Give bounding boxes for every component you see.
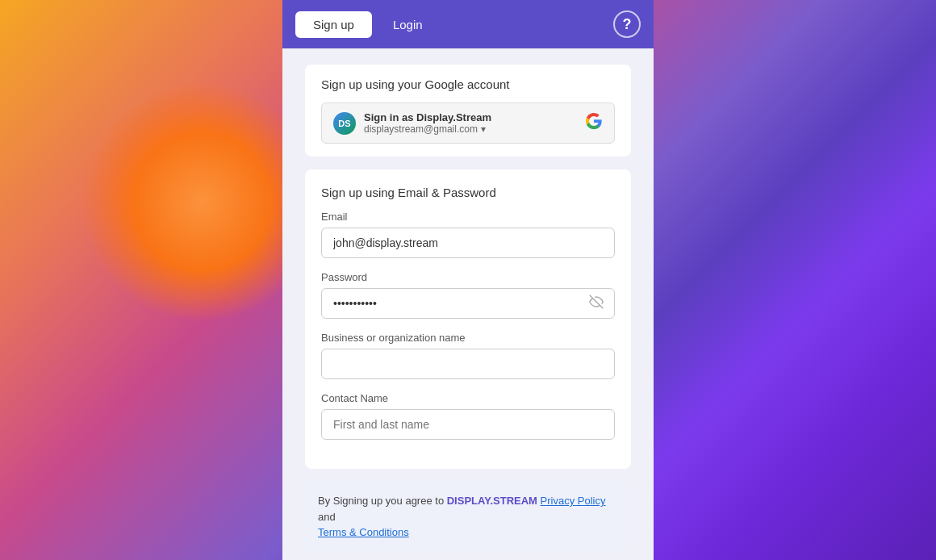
google-signin-button[interactable]: DS Sign in as Display.Stream displaystre… [321, 102, 615, 144]
email-password-section: Sign up using Email & Password Email Pas… [305, 169, 631, 469]
bg-blob-blue [0, 318, 323, 560]
google-account-email: displaystream@gmail.com ▾ [364, 123, 577, 135]
privacy-policy-link[interactable]: Privacy Policy [541, 495, 606, 507]
password-wrapper [321, 288, 615, 319]
contact-input[interactable] [321, 409, 615, 440]
brand-name: DISPLAY.STREAM [447, 495, 537, 507]
google-section: Sign up using your Google account DS Sig… [305, 65, 631, 157]
email-input[interactable] [321, 228, 615, 258]
terms-conditions-link[interactable]: Terms & Conditions [318, 526, 409, 538]
password-label: Password [321, 271, 615, 283]
signup-card: Sign up Login ? Sign up using your Googl… [282, 0, 654, 560]
business-label: Business or organization name [321, 332, 615, 344]
tab-signup[interactable]: Sign up [295, 11, 372, 38]
password-input[interactable] [321, 288, 615, 319]
tab-login[interactable]: Login [375, 11, 441, 38]
chevron-down-icon: ▾ [481, 123, 486, 135]
password-group: Password [321, 271, 615, 319]
business-group: Business or organization name [321, 332, 615, 379]
google-icon [585, 112, 603, 134]
toggle-password-button[interactable] [586, 291, 607, 316]
google-account-info: Sign in as Display.Stream displaystream@… [364, 111, 577, 135]
business-input[interactable] [321, 349, 615, 379]
google-section-title: Sign up using your Google account [321, 77, 615, 91]
bg-blob-purple [613, 0, 936, 323]
email-group: Email [321, 211, 615, 258]
terms-box: By Signing up you agree to DISPLAY.STREA… [305, 482, 631, 552]
help-button[interactable]: ? [613, 10, 641, 38]
google-account-name: Sign in as Display.Stream [364, 111, 577, 123]
form-content: Sign up using your Google account DS Sig… [282, 48, 654, 560]
contact-group: Contact Name [321, 392, 615, 440]
email-label: Email [321, 211, 615, 223]
tab-bar: Sign up Login ? [282, 0, 654, 48]
form-section-title: Sign up using Email & Password [321, 186, 615, 199]
google-avatar: DS [333, 112, 356, 135]
contact-label: Contact Name [321, 392, 615, 404]
